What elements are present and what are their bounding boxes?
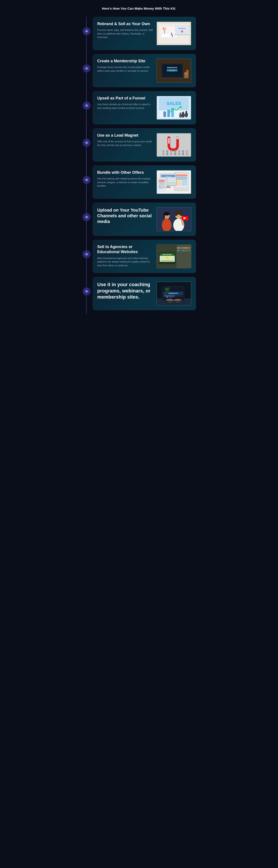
card-image-agencies: EDUCATION	[156, 244, 191, 269]
timeline-dot-8	[83, 288, 90, 295]
svg-rect-86	[159, 186, 161, 188]
card-membership: Create a Membership Site Package these c…	[93, 54, 196, 87]
svg-rect-25	[185, 73, 188, 73]
page-title: Here's How You Can Make Money With This …	[102, 6, 176, 10]
svg-rect-93	[164, 214, 165, 218]
svg-point-40	[179, 114, 182, 118]
dot-container-5	[82, 165, 91, 183]
svg-rect-23	[160, 78, 184, 79]
svg-rect-83	[159, 180, 165, 182]
svg-rect-79	[167, 186, 170, 187]
svg-rect-120	[167, 258, 167, 259]
svg-rect-85	[159, 184, 165, 185]
card-text-agencies: Sell to Agencies or Educational Websites…	[97, 244, 153, 267]
card-text-youtube: Upload on Your YouTube Channels and othe…	[97, 207, 153, 226]
svg-rect-124	[158, 264, 177, 265]
svg-point-7	[181, 31, 183, 32]
svg-point-121	[167, 259, 169, 260]
svg-rect-76	[168, 178, 176, 179]
card-image-coaching: WEBINAR	[156, 282, 191, 306]
svg-rect-123	[160, 261, 171, 262]
timeline-dot-1	[83, 28, 90, 35]
svg-rect-110	[188, 247, 190, 249]
svg-point-56	[174, 152, 176, 155]
svg-text:EDUCATION: EDUCATION	[162, 254, 172, 255]
dot-container-3	[82, 91, 91, 109]
svg-rect-48	[168, 138, 169, 144]
card-image-upsell: SALES	[156, 96, 191, 120]
dot-inner-3	[86, 104, 88, 107]
card-text-membership: Create a Membership Site Package these c…	[97, 59, 153, 72]
card-title-bundle: Bundle with Other Offers	[97, 170, 153, 175]
card-image-lead	[156, 133, 191, 157]
svg-point-62	[186, 152, 188, 155]
timeline-item: Rebrand & Sell as Your Own Put your name…	[82, 17, 196, 50]
svg-rect-68	[176, 178, 187, 180]
dot-inner-1	[86, 30, 88, 32]
dot-container-6	[82, 203, 91, 221]
svg-rect-8	[174, 34, 190, 35]
timeline-dot-4	[83, 139, 90, 146]
card-desc-rebrand: Put your name, logo, and brand on the co…	[97, 28, 153, 39]
svg-rect-67	[176, 177, 187, 178]
dot-inner-7	[86, 253, 88, 255]
svg-text:BRANDING: BRANDING	[178, 28, 185, 29]
dot-inner-5	[86, 179, 88, 181]
timeline-container: Rebrand & Sell as Your Own Put your name…	[82, 17, 196, 314]
svg-point-60	[182, 152, 184, 155]
card-text-coaching: Use it in your coaching programs, webina…	[97, 282, 153, 302]
svg-rect-35	[167, 110, 170, 117]
dot-inner-8	[86, 290, 88, 292]
dot-inner-4	[86, 142, 88, 144]
dot-container-4	[82, 128, 91, 146]
timeline-dot-2	[83, 65, 90, 72]
svg-point-58	[178, 152, 180, 155]
svg-rect-112	[177, 250, 179, 251]
dot-container-8	[82, 277, 91, 295]
svg-point-51	[166, 150, 168, 152]
svg-point-43	[180, 113, 181, 114]
card-image-bundle: WEBSITE	[156, 170, 191, 194]
timeline-item-4: Use as a Lead Magnet Offer one of the co…	[82, 128, 196, 161]
card-desc-membership: Package these courses into a subscriptio…	[97, 65, 153, 72]
card-rebrand: Rebrand & Sell as Your Own Put your name…	[93, 17, 196, 50]
svg-point-42	[185, 111, 187, 113]
timeline-item-2: Create a Membership Site Package these c…	[82, 54, 196, 87]
svg-rect-122	[160, 260, 174, 261]
svg-point-53	[170, 150, 172, 152]
svg-rect-87	[162, 186, 165, 188]
svg-rect-140	[169, 297, 173, 298]
svg-point-61	[186, 150, 188, 152]
svg-rect-114	[183, 250, 184, 251]
svg-text:WEBSITE: WEBSITE	[165, 176, 171, 177]
svg-point-49	[162, 150, 164, 152]
svg-point-54	[170, 152, 172, 155]
timeline-item-5: Bundle with Other Offers Pair this train…	[82, 165, 196, 199]
card-youtube: Upload on Your YouTube Channels and othe…	[93, 203, 196, 236]
card-text-rebrand: Rebrand & Sell as Your Own Put your name…	[97, 22, 153, 39]
svg-rect-70	[182, 180, 187, 186]
card-desc-bundle: Pair this training with related products…	[97, 177, 153, 188]
svg-rect-84	[159, 182, 165, 184]
card-image-membership: MEMBERSHIP JOIN NOW	[156, 59, 191, 83]
svg-rect-13	[161, 34, 170, 37]
svg-point-55	[174, 150, 176, 152]
svg-point-98	[180, 211, 183, 216]
svg-rect-107	[180, 247, 182, 249]
svg-point-10	[162, 27, 164, 30]
svg-point-39	[185, 112, 188, 117]
svg-point-57	[178, 150, 180, 152]
svg-rect-109	[185, 247, 187, 249]
card-agencies: Sell to Agencies or Educational Websites…	[93, 240, 196, 273]
svg-point-135	[167, 287, 170, 291]
card-coaching: Use it in your coaching programs, webina…	[93, 277, 196, 310]
card-desc-agencies: Web development agencies and online lear…	[97, 256, 153, 267]
svg-rect-26	[185, 74, 188, 74]
dot-inner-6	[86, 216, 88, 218]
card-title-membership: Create a Membership Site	[97, 59, 153, 64]
card-image-rebrand: BRANDING	[156, 22, 191, 45]
card-desc-lead: Offer one of the courses for free to gro…	[97, 140, 153, 147]
card-bundle: Bundle with Other Offers Pair this train…	[93, 165, 196, 199]
card-image-youtube	[156, 207, 191, 231]
svg-text:WEBINAR: WEBINAR	[168, 292, 178, 294]
